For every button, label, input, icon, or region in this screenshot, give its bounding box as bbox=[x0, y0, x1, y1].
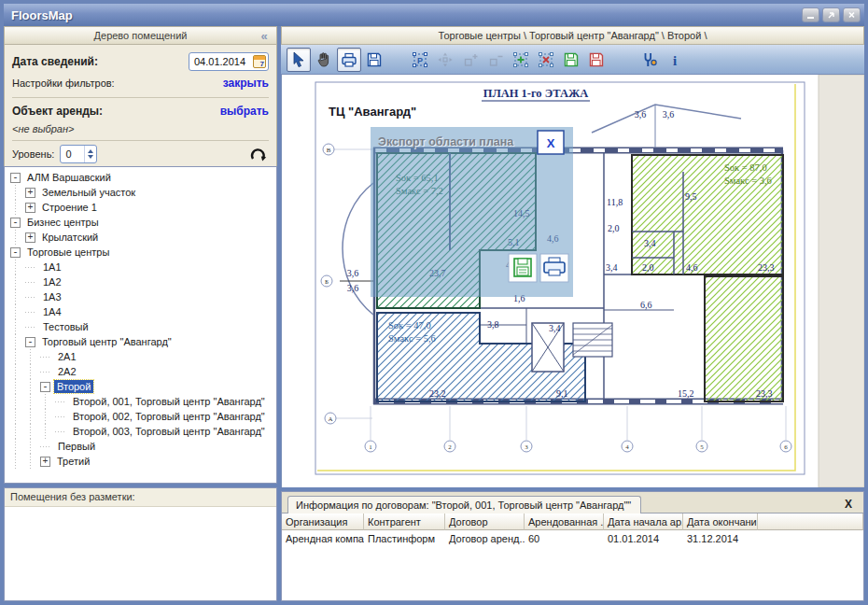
svg-text:23,2: 23,2 bbox=[429, 388, 446, 399]
column-header[interactable]: Арендованная ... bbox=[525, 514, 604, 530]
export-overlay-title: Экспорт области плана bbox=[378, 135, 514, 148]
svg-text:4,6: 4,6 bbox=[686, 262, 698, 273]
app-title: FloorsMap bbox=[11, 8, 799, 22]
expander-minus-icon[interactable] bbox=[40, 382, 50, 392]
collapse-pane-button[interactable]: « bbox=[252, 29, 276, 43]
svg-text:6: 6 bbox=[784, 443, 788, 451]
enlarge-plan-button[interactable] bbox=[458, 48, 483, 72]
tree-item[interactable]: Первый bbox=[8, 439, 276, 454]
expander-plus-icon[interactable] bbox=[40, 457, 50, 467]
expander-minus-icon[interactable] bbox=[25, 337, 35, 347]
tree-item[interactable]: Торговый центр "Авангард" bbox=[8, 334, 276, 349]
tree-item[interactable]: АЛМ Варшавский bbox=[8, 170, 276, 185]
spin-down-icon[interactable] bbox=[88, 155, 93, 159]
svg-text:3: 3 bbox=[525, 443, 528, 451]
expander-plus-icon[interactable] bbox=[25, 203, 35, 213]
filter-settings-label: Настройки фильтров: bbox=[12, 77, 115, 89]
svg-text:15,2: 15,2 bbox=[678, 388, 694, 399]
svg-text:9,1: 9,1 bbox=[556, 388, 568, 399]
tree-item[interactable]: Второй, 001, Торговый центр "Авангард" bbox=[8, 394, 276, 409]
tree-item[interactable]: Второй, 002, Торговый центр "Авангард" bbox=[8, 409, 276, 424]
delete-area-button[interactable] bbox=[534, 48, 558, 72]
tree-item[interactable]: Торговые центры bbox=[8, 245, 276, 260]
add-area-button[interactable] bbox=[509, 48, 533, 72]
breadcrumb: Торговые центры \ Торговый центр "Аванга… bbox=[439, 30, 707, 41]
level-label: Уровень: bbox=[12, 148, 54, 160]
shrink-plan-button[interactable] bbox=[483, 48, 508, 72]
svg-text:Sок = 87,0: Sок = 87,0 bbox=[724, 162, 767, 173]
save-area-red-button[interactable] bbox=[584, 48, 609, 72]
svg-text:Б: Б bbox=[325, 278, 329, 286]
calendar-icon[interactable]: 7 bbox=[253, 55, 266, 68]
expander-minus-icon[interactable] bbox=[10, 218, 21, 228]
close-button[interactable] bbox=[843, 7, 861, 22]
table-row[interactable]: Арендная компа... Пластинформ Договор ар… bbox=[282, 530, 863, 547]
room-87[interactable] bbox=[632, 155, 783, 274]
tree-item[interactable]: Тестовый bbox=[8, 319, 276, 334]
room-23[interactable] bbox=[705, 276, 783, 401]
filter-close-link[interactable]: закрыть bbox=[223, 77, 269, 90]
tree-item[interactable]: Второй, 003, Торговый центр "Авангард" bbox=[8, 424, 276, 439]
breadcrumb-bar: Торговые центры \ Торговый центр "Аванга… bbox=[281, 26, 864, 45]
column-header[interactable]: Дата окончани... bbox=[683, 514, 758, 530]
contracts-panel: Информация по договорам: "Второй, 001, Т… bbox=[281, 491, 864, 601]
tree-item[interactable]: Бизнес центры bbox=[8, 215, 276, 230]
contracts-table: Организация Контрагент Договор Арендован… bbox=[282, 514, 863, 600]
lease-object-value: <не выбран> bbox=[12, 123, 74, 134]
tree-item[interactable]: Земельный участок bbox=[8, 185, 276, 200]
spin-up-icon[interactable] bbox=[88, 149, 93, 153]
column-header[interactable]: Договор bbox=[445, 514, 525, 530]
tree-item[interactable]: 1А2 bbox=[8, 274, 276, 289]
contracts-close-button[interactable]: X bbox=[839, 498, 858, 513]
title-bar: FloorsMap bbox=[4, 4, 864, 26]
minimize-button[interactable] bbox=[802, 7, 819, 22]
cursor-arrow-icon bbox=[289, 50, 308, 69]
export-print-button[interactable] bbox=[540, 254, 568, 282]
svg-text:5: 5 bbox=[700, 443, 704, 451]
save-area-red-icon bbox=[587, 50, 606, 69]
save-area-green-button[interactable] bbox=[559, 48, 583, 72]
toolbar: P bbox=[281, 45, 864, 75]
print-button[interactable] bbox=[337, 48, 361, 72]
tree-item[interactable]: 1А1 bbox=[8, 260, 276, 274]
filter-panel: Дата сведений: 04.01.2014 7 Настройки фи… bbox=[4, 45, 277, 166]
settings-tools-button[interactable] bbox=[637, 48, 662, 72]
lease-select-link[interactable]: выбрать bbox=[220, 105, 269, 118]
save-button[interactable] bbox=[362, 48, 386, 72]
refresh-icon[interactable] bbox=[248, 144, 269, 164]
tree-item-selected[interactable]: Второй bbox=[8, 379, 276, 394]
svg-text:3,6: 3,6 bbox=[635, 109, 647, 120]
add-area-icon bbox=[511, 50, 530, 69]
maximize-button[interactable] bbox=[822, 7, 840, 22]
tree-item[interactable]: 1А4 bbox=[8, 304, 276, 319]
export-close-button[interactable]: X bbox=[538, 131, 564, 154]
enlarge-plan-icon bbox=[461, 50, 480, 69]
tree-item[interactable]: 2А2 bbox=[8, 364, 276, 379]
tree-item[interactable]: Третий bbox=[8, 454, 276, 469]
move-plan-button[interactable] bbox=[433, 48, 457, 72]
svg-text:1: 1 bbox=[369, 443, 372, 451]
unmarked-rooms-list[interactable] bbox=[5, 507, 276, 600]
cursor-arrow-button[interactable] bbox=[287, 48, 311, 72]
column-header[interactable]: Дата начала ар... bbox=[604, 514, 683, 530]
expander-minus-icon[interactable] bbox=[10, 173, 21, 183]
tree-item[interactable]: 1А3 bbox=[8, 289, 276, 304]
expander-plus-icon[interactable] bbox=[25, 188, 35, 198]
select-plan-button[interactable]: P bbox=[408, 48, 432, 72]
column-header[interactable]: Организация bbox=[282, 514, 364, 530]
level-spinner[interactable]: 0 bbox=[60, 145, 97, 163]
svg-text:2,0: 2,0 bbox=[608, 223, 620, 233]
contracts-tab[interactable]: Информация по договорам: "Второй, 001, Т… bbox=[287, 496, 641, 514]
svg-text:4: 4 bbox=[625, 443, 629, 451]
expander-minus-icon[interactable] bbox=[10, 247, 21, 258]
date-input[interactable]: 04.01.2014 7 bbox=[189, 52, 269, 71]
info-button[interactable]: i bbox=[663, 48, 687, 72]
pan-hand-button[interactable] bbox=[312, 48, 336, 72]
tree-item[interactable]: Строение 1 bbox=[8, 200, 276, 215]
plan-viewport[interactable]: ПЛАН 1-го ЭТАЖА ТЦ "Авангард" bbox=[281, 75, 864, 487]
tree-item[interactable]: Крылатский bbox=[8, 230, 276, 245]
column-header[interactable]: Контрагент bbox=[364, 514, 445, 530]
tree-item[interactable]: 2А1 bbox=[8, 349, 276, 364]
expander-plus-icon[interactable] bbox=[25, 232, 35, 243]
export-save-button[interactable] bbox=[509, 254, 537, 282]
